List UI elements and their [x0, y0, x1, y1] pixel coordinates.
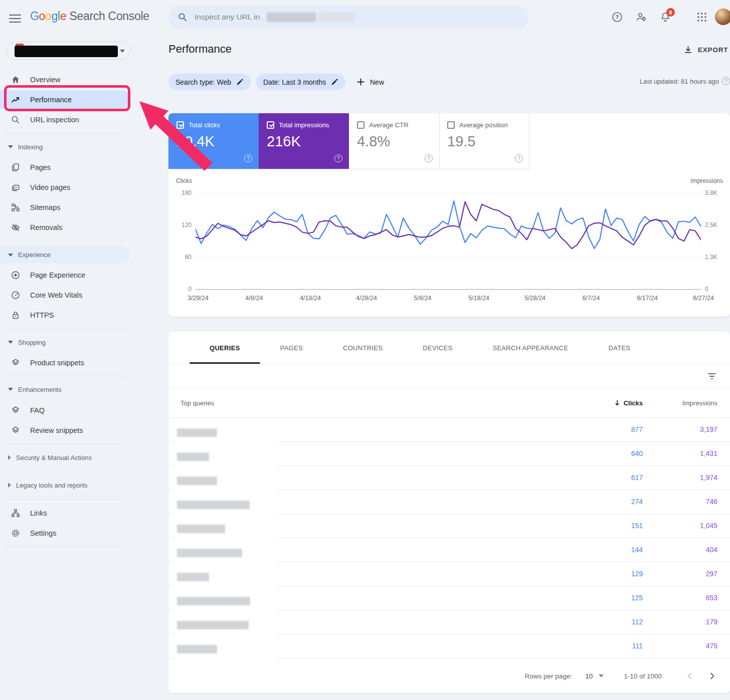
url-inspection-search-input[interactable]: Inspect any URL in: [168, 6, 529, 29]
divider: [529, 113, 529, 169]
x-tick-label: 6/27/24: [681, 295, 726, 302]
sidebar-section-indexing[interactable]: Indexing: [0, 139, 43, 154]
dimensions-table-card: QUERIES PAGES COUNTRIES DEVICES SEARCH A…: [168, 332, 730, 693]
search-icon: [177, 12, 188, 22]
metric-card-total-impressions[interactable]: Total impressions 216K ?: [259, 113, 349, 169]
y-tick-label: 3.8K: [705, 189, 727, 196]
checkbox-checked-icon[interactable]: [267, 121, 274, 129]
export-label: EXPORT: [698, 46, 728, 54]
y-tick-label: 60: [171, 254, 192, 261]
divider: [6, 133, 124, 134]
chevron-down-icon: [8, 145, 13, 148]
checkbox-unchecked-icon[interactable]: [447, 121, 455, 129]
tab-dates[interactable]: DATES: [588, 332, 650, 364]
sidebar-item-overview[interactable]: Overview: [0, 70, 130, 89]
metric-card-average-position[interactable]: Average position 19.5 ?: [439, 113, 529, 169]
y-tick-label: 2.5K: [705, 221, 727, 228]
table-toolbar: [168, 364, 730, 388]
sidebar-section-shopping[interactable]: Shopping: [0, 335, 46, 350]
sidebar-item-core-web-vitals[interactable]: Core Web Vitals: [0, 286, 130, 304]
avatar[interactable]: [715, 9, 730, 25]
help-circle-icon[interactable]: ?: [334, 154, 342, 162]
menu-icon[interactable]: [9, 12, 21, 22]
redacted-query: [177, 597, 250, 605]
next-page-button[interactable]: [706, 670, 718, 682]
column-top-queries: Top queries: [168, 399, 214, 407]
sidebar-item-label: FAQ: [30, 406, 45, 414]
y-tick-label: 0: [171, 286, 192, 293]
sidebar-item-links[interactable]: Links: [0, 504, 130, 522]
help-circle-icon[interactable]: ?: [425, 154, 433, 162]
previous-page-button[interactable]: [684, 670, 696, 682]
page-experience-icon: [11, 270, 21, 280]
sidebar-item-performance[interactable]: Performance: [0, 90, 130, 109]
tab-search-appearance[interactable]: SEARCH APPEARANCE: [472, 332, 588, 364]
clicks-value: 877: [631, 425, 643, 433]
sidebar-section-enhancements[interactable]: Enhancements: [0, 382, 62, 397]
clicks-value: 144: [631, 546, 643, 554]
performance-line-chart[interactable]: [196, 183, 701, 294]
apps-grid-icon[interactable]: [696, 11, 708, 23]
manage-users-icon[interactable]: [635, 11, 647, 23]
rows-per-page-value: 10: [585, 672, 593, 680]
filter-chip-search-type[interactable]: Search type: Web: [168, 74, 251, 90]
sidebar-item-video-pages[interactable]: Video pages: [0, 178, 130, 196]
tab-countries[interactable]: COUNTRIES: [323, 332, 403, 364]
new-filter-button[interactable]: New: [352, 74, 388, 90]
metric-label: Average position: [459, 121, 508, 129]
speedometer-icon: [11, 290, 21, 300]
sidebar-item-https[interactable]: HTTPS: [0, 306, 130, 324]
x-tick-label: 6/17/24: [625, 295, 670, 302]
sidebar-section-legacy-tools[interactable]: Legacy tools and reports: [0, 478, 87, 493]
checkbox-checked-icon[interactable]: [176, 121, 184, 129]
filter-icon[interactable]: [707, 371, 717, 381]
divider: [6, 376, 124, 376]
x-tick-label: 6/7/24: [569, 295, 614, 302]
checkbox-unchecked-icon[interactable]: [357, 121, 364, 129]
sidebar-item-product-snippets[interactable]: Product snippets: [0, 353, 130, 372]
sidebar-item-label: Review snippets: [30, 426, 83, 434]
sidebar-item-removals[interactable]: Removals: [0, 218, 130, 237]
sidebar-section-security[interactable]: Security & Manual Actions: [0, 450, 92, 465]
export-button[interactable]: EXPORT: [683, 45, 728, 55]
tab-pages[interactable]: PAGES: [260, 332, 323, 364]
impressions-value: 475: [706, 642, 717, 650]
section-label: Security & Manual Actions: [16, 454, 92, 461]
redacted-query: [177, 549, 242, 557]
sidebar-item-pages[interactable]: Pages: [0, 158, 130, 176]
property-selector[interactable]: [6, 42, 130, 60]
clicks-value: 112: [632, 618, 643, 626]
x-tick-label: 5/18/24: [456, 295, 501, 302]
sidebar-section-experience[interactable]: Experience: [0, 247, 130, 263]
help-circle-icon[interactable]: ?: [515, 154, 523, 162]
divider: [6, 472, 124, 472]
sidebar-item-faq[interactable]: FAQ: [0, 401, 130, 419]
redacted-query: [177, 525, 225, 533]
section-label: Legacy tools and reports: [16, 482, 87, 489]
logo-letter: o: [45, 10, 52, 23]
sidebar-item-settings[interactable]: Settings: [0, 524, 130, 542]
sitemaps-icon: [11, 202, 21, 212]
performance-icon: [11, 95, 21, 105]
metric-card-average-ctr[interactable]: Average CTR 4.8% ?: [349, 113, 439, 169]
help-icon[interactable]: ?: [611, 11, 623, 23]
filter-chip-date[interactable]: Date: Last 3 months: [256, 74, 345, 90]
sidebar-item-review-snippets[interactable]: Review snippets: [0, 421, 130, 439]
metric-label: Total impressions: [279, 121, 329, 129]
chevron-down-icon: [8, 388, 13, 391]
sidebar-item-sitemaps[interactable]: Sitemaps: [0, 198, 130, 216]
section-label: Enhancements: [18, 386, 62, 393]
help-circle-icon[interactable]: ?: [722, 77, 730, 85]
metric-card-total-clicks[interactable]: Total clicks 10.4K ?: [168, 113, 259, 169]
sidebar-item-page-experience[interactable]: Page Experience: [0, 266, 130, 284]
redacted-query: [177, 452, 209, 461]
tab-queries[interactable]: QUERIES: [190, 332, 260, 364]
logo-letter: e: [60, 10, 67, 23]
column-clicks-sort[interactable]: Clicks: [614, 399, 643, 407]
last-updated: Last updated: 81 hours ago ?: [552, 77, 730, 85]
tab-devices[interactable]: DEVICES: [403, 332, 472, 364]
help-circle-icon[interactable]: ?: [244, 154, 252, 162]
sidebar-item-url-inspection[interactable]: URL inspection: [0, 110, 130, 129]
notifications-icon[interactable]: 8: [659, 11, 671, 23]
rows-per-page-select[interactable]: 10: [585, 672, 604, 680]
